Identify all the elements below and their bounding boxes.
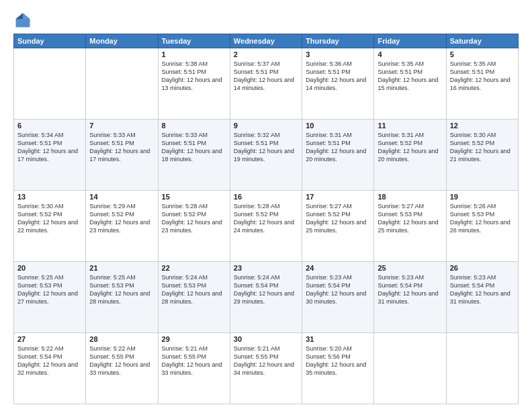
day-cell: 28Sunrise: 5:22 AM Sunset: 5:55 PM Dayli… <box>86 333 158 404</box>
day-number: 13 <box>17 193 82 201</box>
day-info: Sunrise: 5:29 AM Sunset: 5:52 PM Dayligh… <box>89 202 154 235</box>
day-info: Sunrise: 5:30 AM Sunset: 5:52 PM Dayligh… <box>450 131 515 164</box>
day-info: Sunrise: 5:25 AM Sunset: 5:53 PM Dayligh… <box>17 273 82 306</box>
day-info: Sunrise: 5:28 AM Sunset: 5:52 PM Dayligh… <box>234 202 298 235</box>
day-cell: 14Sunrise: 5:29 AM Sunset: 5:52 PM Dayli… <box>86 191 158 262</box>
day-cell: 20Sunrise: 5:25 AM Sunset: 5:53 PM Dayli… <box>14 262 86 333</box>
day-cell: 9Sunrise: 5:32 AM Sunset: 5:51 PM Daylig… <box>230 120 302 191</box>
day-info: Sunrise: 5:20 AM Sunset: 5:56 PM Dayligh… <box>306 345 370 377</box>
day-cell: 11Sunrise: 5:31 AM Sunset: 5:52 PM Dayli… <box>374 120 446 191</box>
day-number: 4 <box>378 50 442 58</box>
day-cell: 21Sunrise: 5:25 AM Sunset: 5:53 PM Dayli… <box>86 262 158 333</box>
day-info: Sunrise: 5:33 AM Sunset: 5:51 PM Dayligh… <box>162 131 226 164</box>
day-info: Sunrise: 5:23 AM Sunset: 5:54 PM Dayligh… <box>306 273 370 306</box>
day-info: Sunrise: 5:33 AM Sunset: 5:51 PM Dayligh… <box>89 131 154 164</box>
day-cell: 31Sunrise: 5:20 AM Sunset: 5:56 PM Dayli… <box>302 333 374 404</box>
day-info: Sunrise: 5:34 AM Sunset: 5:51 PM Dayligh… <box>17 131 82 164</box>
day-info: Sunrise: 5:31 AM Sunset: 5:51 PM Dayligh… <box>306 131 370 164</box>
day-number: 10 <box>306 122 370 130</box>
col-header-friday: Friday <box>374 34 446 48</box>
col-header-sunday: Sunday <box>14 34 86 48</box>
day-number: 19 <box>450 193 515 201</box>
day-number: 30 <box>234 335 298 343</box>
col-header-monday: Monday <box>86 34 158 48</box>
day-cell: 15Sunrise: 5:28 AM Sunset: 5:52 PM Dayli… <box>158 191 230 262</box>
day-cell: 30Sunrise: 5:21 AM Sunset: 5:55 PM Dayli… <box>230 333 302 404</box>
day-info: Sunrise: 5:27 AM Sunset: 5:53 PM Dayligh… <box>378 202 442 235</box>
day-cell: 22Sunrise: 5:24 AM Sunset: 5:53 PM Dayli… <box>158 262 230 333</box>
day-info: Sunrise: 5:21 AM Sunset: 5:55 PM Dayligh… <box>162 345 226 377</box>
day-number: 3 <box>306 50 370 58</box>
week-row-4: 20Sunrise: 5:25 AM Sunset: 5:53 PM Dayli… <box>14 262 519 333</box>
day-cell: 27Sunrise: 5:22 AM Sunset: 5:54 PM Dayli… <box>14 333 86 404</box>
day-info: Sunrise: 5:30 AM Sunset: 5:52 PM Dayligh… <box>17 202 82 235</box>
day-cell <box>446 333 518 404</box>
week-row-5: 27Sunrise: 5:22 AM Sunset: 5:54 PM Dayli… <box>14 333 519 404</box>
day-number: 23 <box>234 264 298 272</box>
day-info: Sunrise: 5:24 AM Sunset: 5:53 PM Dayligh… <box>162 273 226 306</box>
day-info: Sunrise: 5:25 AM Sunset: 5:53 PM Dayligh… <box>89 273 154 306</box>
header-row: SundayMondayTuesdayWednesdayThursdayFrid… <box>14 34 519 48</box>
day-info: Sunrise: 5:21 AM Sunset: 5:55 PM Dayligh… <box>234 345 298 377</box>
day-number: 29 <box>162 335 226 343</box>
svg-marker-2 <box>16 13 24 19</box>
day-cell <box>86 48 158 120</box>
day-cell: 23Sunrise: 5:24 AM Sunset: 5:54 PM Dayli… <box>230 262 302 333</box>
day-cell: 12Sunrise: 5:30 AM Sunset: 5:52 PM Dayli… <box>446 120 518 191</box>
calendar-table: SundayMondayTuesdayWednesdayThursdayFrid… <box>13 34 519 404</box>
day-info: Sunrise: 5:26 AM Sunset: 5:53 PM Dayligh… <box>450 202 515 235</box>
day-number: 6 <box>17 122 82 130</box>
week-row-1: 1Sunrise: 5:38 AM Sunset: 5:51 PM Daylig… <box>14 48 519 120</box>
day-number: 2 <box>234 50 298 58</box>
day-info: Sunrise: 5:35 AM Sunset: 5:51 PM Dayligh… <box>450 60 515 93</box>
day-cell: 7Sunrise: 5:33 AM Sunset: 5:51 PM Daylig… <box>86 120 158 191</box>
day-info: Sunrise: 5:22 AM Sunset: 5:54 PM Dayligh… <box>17 345 82 377</box>
col-header-wednesday: Wednesday <box>230 34 302 48</box>
day-info: Sunrise: 5:28 AM Sunset: 5:52 PM Dayligh… <box>162 202 226 235</box>
day-cell <box>14 48 86 120</box>
day-info: Sunrise: 5:35 AM Sunset: 5:51 PM Dayligh… <box>378 60 442 93</box>
col-header-thursday: Thursday <box>302 34 374 48</box>
day-number: 22 <box>162 264 226 272</box>
day-number: 31 <box>306 335 370 343</box>
day-cell: 10Sunrise: 5:31 AM Sunset: 5:51 PM Dayli… <box>302 120 374 191</box>
day-info: Sunrise: 5:23 AM Sunset: 5:54 PM Dayligh… <box>378 273 442 306</box>
day-number: 26 <box>450 264 515 272</box>
day-info: Sunrise: 5:32 AM Sunset: 5:51 PM Dayligh… <box>234 131 298 164</box>
day-number: 28 <box>89 335 154 343</box>
day-info: Sunrise: 5:24 AM Sunset: 5:54 PM Dayligh… <box>234 273 298 306</box>
day-cell: 2Sunrise: 5:37 AM Sunset: 5:51 PM Daylig… <box>230 48 302 120</box>
day-number: 24 <box>306 264 370 272</box>
day-number: 16 <box>234 193 298 201</box>
logo <box>13 11 35 30</box>
svg-marker-1 <box>23 13 30 19</box>
day-cell: 19Sunrise: 5:26 AM Sunset: 5:53 PM Dayli… <box>446 191 518 262</box>
week-row-2: 6Sunrise: 5:34 AM Sunset: 5:51 PM Daylig… <box>14 120 519 191</box>
col-header-saturday: Saturday <box>446 34 518 48</box>
header <box>13 11 519 30</box>
day-cell: 17Sunrise: 5:27 AM Sunset: 5:52 PM Dayli… <box>302 191 374 262</box>
day-info: Sunrise: 5:36 AM Sunset: 5:51 PM Dayligh… <box>306 60 370 93</box>
day-cell: 4Sunrise: 5:35 AM Sunset: 5:51 PM Daylig… <box>374 48 446 120</box>
day-info: Sunrise: 5:38 AM Sunset: 5:51 PM Dayligh… <box>162 60 226 93</box>
day-info: Sunrise: 5:23 AM Sunset: 5:54 PM Dayligh… <box>450 273 515 306</box>
day-number: 21 <box>89 264 154 272</box>
day-cell: 13Sunrise: 5:30 AM Sunset: 5:52 PM Dayli… <box>14 191 86 262</box>
day-number: 11 <box>378 122 442 130</box>
day-number: 14 <box>89 193 154 201</box>
day-cell: 5Sunrise: 5:35 AM Sunset: 5:51 PM Daylig… <box>446 48 518 120</box>
day-cell: 8Sunrise: 5:33 AM Sunset: 5:51 PM Daylig… <box>158 120 230 191</box>
day-number: 15 <box>162 193 226 201</box>
day-number: 5 <box>450 50 515 58</box>
day-cell: 18Sunrise: 5:27 AM Sunset: 5:53 PM Dayli… <box>374 191 446 262</box>
day-number: 18 <box>378 193 442 201</box>
day-info: Sunrise: 5:37 AM Sunset: 5:51 PM Dayligh… <box>234 60 298 93</box>
day-number: 20 <box>17 264 82 272</box>
day-number: 8 <box>162 122 226 130</box>
day-number: 9 <box>234 122 298 130</box>
day-cell: 24Sunrise: 5:23 AM Sunset: 5:54 PM Dayli… <box>302 262 374 333</box>
day-cell: 6Sunrise: 5:34 AM Sunset: 5:51 PM Daylig… <box>14 120 86 191</box>
day-number: 27 <box>17 335 82 343</box>
day-info: Sunrise: 5:31 AM Sunset: 5:52 PM Dayligh… <box>378 131 442 164</box>
day-cell: 26Sunrise: 5:23 AM Sunset: 5:54 PM Dayli… <box>446 262 518 333</box>
